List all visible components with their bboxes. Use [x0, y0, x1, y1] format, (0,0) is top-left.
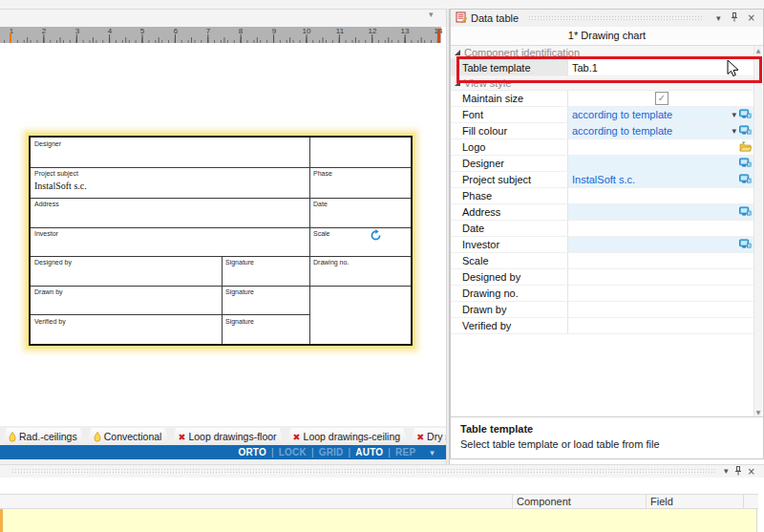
property-label: Drawing no.	[451, 287, 567, 299]
table-gridline	[309, 138, 310, 344]
ruler-number: 1	[2, 27, 21, 35]
table-gridline	[31, 198, 411, 199]
from-project-icon[interactable]	[739, 109, 752, 121]
tab-rad-ceilings[interactable]: Rad.-ceilings	[2, 428, 85, 445]
ruler-collapse-icon[interactable]: ▾	[429, 10, 434, 19]
status-toggle-grid[interactable]: GRID	[319, 447, 344, 458]
panel-title-bar[interactable]: Data table ▾ ×	[451, 10, 763, 28]
cell-drawing-no: Drawing no.	[313, 259, 349, 266]
grid-header-component[interactable]: Component	[512, 495, 646, 508]
phase-value[interactable]	[567, 188, 754, 203]
panel-menu-arrow-icon[interactable]: ▾	[713, 14, 724, 23]
cell-verified-by: Verified by	[34, 318, 66, 325]
tab-label: Convectional	[104, 431, 162, 442]
maintain-size-checkbox[interactable]: ✓	[655, 92, 668, 105]
panel-menu-arrow-icon[interactable]: ▾	[721, 467, 732, 476]
grid-header-field[interactable]: Field	[646, 495, 743, 508]
grid-header-spacer	[0, 495, 512, 508]
tab-convectional[interactable]: Convectional	[87, 428, 170, 445]
table-gridline	[31, 256, 411, 257]
property-row-project-subject: Project subject InstalSoft s.c.	[451, 172, 754, 188]
sheet-tab-bar: Rad.-ceilings Convectional ✖ Loop drawin…	[0, 426, 446, 445]
cell-designer: Designer	[34, 140, 61, 147]
status-error-icon: ✖	[178, 432, 185, 442]
panel-scrollbar[interactable]: ▲ ▼	[753, 46, 762, 416]
tab-loop-drawings-floor[interactable]: ✖ Loop drawings-floor	[171, 428, 284, 445]
ruler-number: 2	[34, 27, 53, 35]
drawing-chart-table[interactable]: Designer Project subject InstalSoft s.c.…	[29, 136, 413, 346]
project-subject-value[interactable]: InstalSoft s.c.	[567, 172, 754, 187]
cell-signature: Signature	[225, 288, 254, 295]
tab-loop-drawings-ceiling[interactable]: ✖ Loop drawings-ceiling	[286, 428, 409, 445]
status-toggle-lock[interactable]: LOCK	[279, 447, 307, 458]
status-toggle-auto[interactable]: AUTO	[355, 447, 383, 458]
status-toggle-rep[interactable]: REP	[395, 447, 415, 458]
bottom-panel-title-bar[interactable]: ▾ ×	[0, 464, 764, 478]
drawing-canvas[interactable]: Designer Project subject InstalSoft s.c.…	[0, 43, 446, 426]
property-row-drawing-no: Drawing no.	[451, 286, 754, 302]
property-row-maintain-size: Maintain size ✓	[451, 91, 754, 107]
panel-drag-grip[interactable]	[528, 15, 704, 22]
status-bar: ORTO | LOCK | GRID | AUTO | REP ▾	[0, 445, 446, 459]
collapse-triangle-icon	[455, 50, 460, 55]
table-gridline	[222, 256, 223, 344]
status-menu-arrow-icon[interactable]: ▾	[430, 448, 435, 458]
designer-value[interactable]	[567, 156, 754, 171]
cell-signature: Signature	[225, 259, 254, 266]
from-project-icon[interactable]	[739, 206, 752, 219]
status-toggle-orto[interactable]: ORTO	[238, 447, 266, 458]
logo-value[interactable]	[567, 139, 754, 155]
font-value[interactable]: according to template ▾	[567, 107, 754, 122]
help-title: Table template	[460, 423, 753, 435]
section-component-identification[interactable]: Component identification	[451, 46, 754, 59]
from-project-icon[interactable]	[739, 158, 752, 170]
scroll-down-icon[interactable]: ▼	[754, 409, 762, 415]
property-label: Date	[451, 223, 567, 234]
property-label: Scale	[451, 255, 567, 266]
property-label: Investor	[451, 239, 567, 250]
tab-dry-systems[interactable]: ✖ Dry systems	[410, 428, 446, 445]
property-label: Drawn by	[451, 304, 567, 315]
address-value[interactable]	[567, 204, 754, 220]
property-label: Verified by	[451, 320, 567, 331]
horizontal-ruler: 1 2 3 4 5 6 7 8 9 10 11 12 13 14	[0, 27, 441, 44]
close-icon[interactable]: ×	[745, 13, 758, 23]
property-value: Tab.1	[572, 62, 752, 74]
status-separator: |	[349, 447, 351, 458]
close-icon[interactable]: ×	[745, 467, 758, 477]
rotate-cursor-icon	[370, 229, 382, 242]
designed-by-value[interactable]	[567, 269, 754, 285]
data-table-icon	[456, 11, 467, 25]
status-warning-icon	[9, 432, 16, 442]
property-row-fill-colour: Fill colour according to template ▾	[451, 123, 754, 139]
pin-icon[interactable]	[728, 12, 741, 24]
scale-value[interactable]	[567, 253, 754, 268]
tab-label: Loop drawings-floor	[188, 431, 276, 442]
pin-icon[interactable]	[732, 466, 745, 478]
cell-phase: Phase	[313, 170, 332, 177]
from-project-icon[interactable]	[739, 239, 752, 251]
panel-drag-grip[interactable]	[11, 468, 715, 475]
open-folder-icon[interactable]	[739, 141, 752, 154]
property-label: Fill colour	[451, 125, 567, 137]
date-value[interactable]	[567, 221, 754, 236]
drawn-by-value[interactable]	[567, 302, 754, 317]
property-label: Logo	[451, 141, 567, 153]
cell-project-subject: Project subject	[34, 170, 78, 177]
grid-new-row[interactable]	[0, 509, 757, 532]
from-project-icon[interactable]	[739, 125, 752, 138]
table-gridline	[31, 227, 411, 228]
from-project-icon[interactable]	[739, 174, 752, 186]
fill-colour-value[interactable]: according to template ▾	[567, 123, 754, 138]
property-label: Font	[451, 109, 567, 120]
section-view-style[interactable]: View style	[451, 76, 754, 91]
mouse-cursor-icon	[727, 59, 739, 77]
grid-header-end	[743, 495, 758, 508]
investor-value[interactable]	[567, 237, 754, 252]
verified-by-value[interactable]	[567, 318, 754, 333]
dropdown-arrow-icon[interactable]: ▾	[732, 126, 736, 136]
property-row-verified-by: Verified by	[451, 318, 754, 334]
dropdown-arrow-icon[interactable]: ▾	[732, 110, 736, 119]
scroll-up-icon[interactable]: ▲	[754, 47, 762, 53]
drawing-no-value[interactable]	[567, 286, 754, 301]
